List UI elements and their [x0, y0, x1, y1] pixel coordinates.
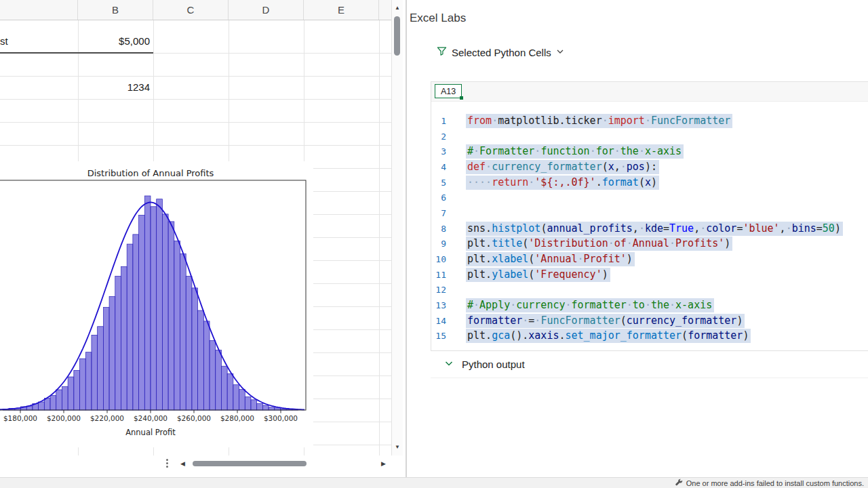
line-number: 14 [431, 316, 446, 326]
vertical-scroll-thumb[interactable] [394, 16, 400, 56]
svg-text:$300,000: $300,000 [264, 414, 298, 422]
cell-reference-handle [460, 96, 463, 100]
sheet-grid[interactable]: st $5,000 1234 $180,000$200,000$220,000$… [0, 20, 391, 455]
wrench-icon [675, 479, 683, 488]
line-number: 1 [431, 116, 446, 126]
scroll-right-arrow-icon[interactable]: ▶ [381, 459, 386, 468]
svg-text:$280,000: $280,000 [220, 414, 254, 422]
cell-b1[interactable]: $5,000 [79, 30, 150, 53]
python-code-card: A13 1from·matplotlib.ticker·import·FuncF… [431, 81, 868, 351]
code-line: 9plt.title('Distribution·of·Annual·Profi… [431, 237, 868, 252]
svg-text:$260,000: $260,000 [177, 414, 211, 422]
scroll-left-arrow-icon[interactable]: ◀ [180, 459, 185, 468]
svg-text:Distribution of Annual Profits: Distribution of Annual Profits [87, 168, 214, 178]
excel-labs-panel: Excel Labs Selected Python Cells A13 1fr… [407, 0, 868, 477]
python-cells-dropdown[interactable]: Selected Python Cells [437, 45, 564, 60]
code-line: 11plt.ylabel('Frequency') [431, 267, 868, 283]
scroll-down-arrow-icon[interactable]: ▼ [392, 443, 403, 452]
panel-title: Excel Labs [410, 12, 466, 25]
line-number: 4 [431, 162, 446, 172]
excel-window: B C D E st $5,000 1234 $180,000$200,000$… [0, 0, 868, 488]
code-line: 6 [431, 190, 868, 205]
column-header-e[interactable]: E [304, 0, 379, 20]
line-number: 3 [431, 146, 446, 157]
column-header-b[interactable]: B [78, 0, 153, 20]
horizontal-scroll-track[interactable] [190, 458, 378, 468]
column-headers: B C D E [0, 0, 391, 20]
code-line: 13#·Apply·currency·formatter·to·the·x-ax… [431, 298, 868, 313]
line-number: 12 [431, 285, 446, 295]
svg-text:$180,000: $180,000 [3, 414, 37, 422]
column-header-d[interactable]: D [229, 0, 304, 20]
line-number: 9 [431, 239, 446, 249]
svg-text:$200,000: $200,000 [47, 414, 81, 422]
code-line: 12 [431, 283, 868, 298]
code-line: 10plt.xlabel('Annual·Profit') [431, 251, 868, 267]
svg-text:$220,000: $220,000 [90, 414, 124, 422]
column-header-a-partial[interactable] [0, 0, 78, 20]
line-number: 11 [431, 270, 446, 280]
line-number: 6 [431, 192, 446, 203]
code-line: 3#·Formatter·function·for·the·x-axis [431, 144, 868, 159]
svg-text:Annual Profit: Annual Profit [125, 428, 176, 437]
code-line: 2 [431, 129, 868, 144]
horizontal-scrollbar[interactable]: ◀ ▶ [0, 455, 406, 472]
line-number: 2 [431, 131, 446, 142]
embedded-profit-histogram-chart[interactable]: $180,000$200,000$220,000$240,000$260,000… [0, 161, 313, 447]
chevron-down-icon [556, 46, 564, 58]
cell-a1-partial[interactable]: st [0, 30, 8, 53]
code-line: 8sns.histplot(annual_profits,·kde=True,·… [431, 221, 868, 237]
code-line: 5····return·'${:,.0f}'.format(x) [431, 175, 868, 190]
chevron-down-icon[interactable] [444, 359, 454, 371]
status-message: One or more add-ins failed to install cu… [686, 479, 864, 487]
filter-label: Selected Python Cells [452, 47, 551, 58]
cell-reference-box[interactable]: A13 [435, 84, 462, 98]
line-number: 15 [431, 331, 446, 341]
python-output-label: Python output [462, 359, 525, 370]
line-number: 10 [431, 254, 446, 264]
python-output-toggle[interactable]: Python output [431, 351, 868, 378]
code-card-header: A13 [431, 82, 868, 102]
vertical-scrollbar[interactable]: ▲ ▼ [391, 0, 403, 455]
svg-text:$240,000: $240,000 [134, 414, 167, 422]
scrollbar-resize-handle[interactable] [166, 459, 168, 468]
spreadsheet-area[interactable]: B C D E st $5,000 1234 $180,000$200,000$… [0, 0, 406, 477]
column-header-c[interactable]: C [153, 0, 229, 20]
line-number: 8 [431, 224, 446, 234]
code-line: 1from·matplotlib.ticker·import·FuncForma… [431, 113, 868, 129]
line-number: 13 [431, 300, 446, 310]
filter-funnel-icon [437, 46, 447, 59]
scroll-up-arrow-icon[interactable]: ▲ [392, 3, 403, 13]
code-line: 14formatter·=·FuncFormatter(currency_for… [431, 313, 868, 329]
column-header-partial[interactable] [379, 0, 391, 20]
code-line: 4def·currency_formatter(x,·pos): [431, 159, 868, 175]
line-number: 5 [431, 178, 446, 188]
cell-reference: A13 [441, 87, 456, 96]
line-number: 7 [431, 208, 446, 218]
cell-bottom-border [0, 52, 153, 54]
code-line: 15plt.gca().xaxis.set_major_formatter(fo… [431, 329, 868, 344]
status-bar: One or more add-ins failed to install cu… [0, 477, 868, 488]
python-code-editor[interactable]: 1from·matplotlib.ticker·import·FuncForma… [431, 102, 868, 344]
horizontal-scroll-thumb[interactable] [193, 461, 307, 466]
code-line: 7 [431, 205, 868, 221]
cell-b3[interactable]: 1234 [79, 76, 150, 99]
